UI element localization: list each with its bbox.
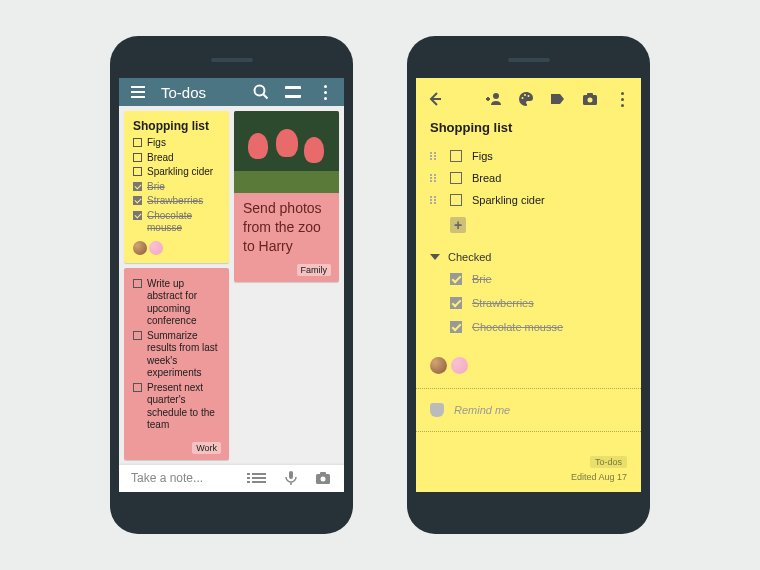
checkbox-icon[interactable] bbox=[450, 172, 462, 184]
note-detail-body: Shopping list Figs Bread Sparkling cider… bbox=[416, 120, 641, 492]
list-item[interactable]: Figs bbox=[430, 145, 627, 167]
chevron-down-icon bbox=[430, 254, 440, 260]
palette-icon[interactable] bbox=[517, 90, 535, 108]
camera-icon[interactable] bbox=[314, 469, 332, 487]
svg-rect-4 bbox=[320, 472, 326, 475]
note-detail-screen: Shopping list Figs Bread Sparkling cider… bbox=[416, 78, 641, 492]
item-text[interactable]: Figs bbox=[472, 150, 493, 162]
search-icon[interactable] bbox=[252, 83, 270, 101]
drag-handle-icon[interactable] bbox=[430, 174, 440, 182]
checkbox-icon bbox=[133, 167, 142, 176]
note-text: Send photos from the zoo to Harry bbox=[243, 199, 330, 256]
checkbox-icon bbox=[133, 138, 142, 147]
microphone-icon[interactable] bbox=[282, 469, 300, 487]
svg-point-0 bbox=[255, 86, 265, 96]
checkbox-checked-icon[interactable] bbox=[450, 297, 462, 309]
phone-left: To-dos Shopping list Figs Bread Sparklin… bbox=[110, 36, 353, 534]
svg-point-8 bbox=[528, 95, 530, 97]
label-icon[interactable] bbox=[549, 90, 567, 108]
checkbox-checked-icon[interactable] bbox=[450, 321, 462, 333]
notes-grid: Shopping list Figs Bread Sparkling cider… bbox=[119, 106, 344, 465]
note-label: Work bbox=[192, 442, 221, 454]
item-text[interactable]: Bread bbox=[472, 172, 501, 184]
svg-point-7 bbox=[524, 94, 526, 96]
compose-placeholder[interactable]: Take a note... bbox=[131, 471, 203, 485]
note-shopping-list[interactable]: Shopping list Figs Bread Sparkling cider… bbox=[124, 111, 229, 263]
phone-right: Shopping list Figs Bread Sparkling cider… bbox=[407, 36, 650, 534]
list-item[interactable]: Sparkling cider bbox=[430, 189, 627, 211]
checkbox-icon bbox=[133, 153, 142, 162]
checkbox-checked-icon bbox=[133, 196, 142, 205]
add-item-button[interactable]: + bbox=[450, 217, 466, 233]
collaborator-avatars bbox=[133, 241, 220, 255]
detail-toolbar bbox=[416, 78, 641, 120]
checked-section-toggle[interactable]: Checked bbox=[430, 251, 627, 263]
item-text[interactable]: Sparkling cider bbox=[472, 194, 545, 206]
reminder-button[interactable]: Remind me bbox=[430, 393, 627, 427]
svg-point-3 bbox=[321, 477, 326, 482]
note-tag[interactable]: To-dos bbox=[590, 456, 627, 468]
overflow-menu-icon[interactable] bbox=[613, 90, 631, 108]
note-work[interactable]: Write up abstract for upcoming conferenc… bbox=[124, 268, 229, 460]
list-item-checked[interactable]: Brie bbox=[430, 267, 627, 291]
collaborator-avatars[interactable] bbox=[430, 357, 627, 374]
avatar bbox=[430, 357, 447, 374]
notes-list-screen: To-dos Shopping list Figs Bread Sparklin… bbox=[119, 78, 344, 492]
camera-icon[interactable] bbox=[581, 90, 599, 108]
divider bbox=[416, 388, 641, 389]
checkbox-icon bbox=[133, 383, 142, 392]
compose-bar: Take a note... bbox=[119, 465, 344, 492]
hamburger-icon[interactable] bbox=[129, 83, 147, 101]
svg-point-6 bbox=[522, 97, 524, 99]
note-zoo[interactable]: Send photos from the zoo to Harry Family bbox=[234, 111, 339, 282]
checkbox-icon bbox=[133, 279, 142, 288]
item-text[interactable]: Chocolate mousse bbox=[472, 321, 563, 333]
checkbox-icon bbox=[133, 331, 142, 340]
svg-point-5 bbox=[493, 93, 499, 99]
drag-handle-icon[interactable] bbox=[430, 196, 440, 204]
checkbox-icon[interactable] bbox=[450, 150, 462, 162]
divider bbox=[416, 431, 641, 432]
layout-toggle-icon[interactable] bbox=[284, 83, 302, 101]
svg-point-10 bbox=[588, 98, 593, 103]
edited-timestamp: Edited Aug 17 bbox=[571, 472, 627, 482]
list-item[interactable]: Bread bbox=[430, 167, 627, 189]
add-collaborator-icon[interactable] bbox=[485, 90, 503, 108]
note-label: Family bbox=[297, 264, 332, 276]
list-item-checked[interactable]: Strawberries bbox=[430, 291, 627, 315]
reminder-icon bbox=[430, 403, 444, 417]
avatar bbox=[149, 241, 163, 255]
note-image bbox=[234, 111, 339, 193]
svg-rect-11 bbox=[587, 93, 593, 96]
checkbox-checked-icon bbox=[133, 211, 142, 220]
new-list-icon[interactable] bbox=[250, 469, 268, 487]
note-footer: To-dos Edited Aug 17 bbox=[430, 456, 627, 486]
item-text[interactable]: Strawberries bbox=[472, 297, 534, 309]
note-title: Shopping list bbox=[133, 119, 220, 133]
list-item-checked[interactable]: Chocolate mousse bbox=[430, 315, 627, 339]
overflow-menu-icon[interactable] bbox=[316, 83, 334, 101]
avatar bbox=[133, 241, 147, 255]
checkbox-checked-icon bbox=[133, 182, 142, 191]
page-title: To-dos bbox=[161, 84, 206, 101]
item-text[interactable]: Brie bbox=[472, 273, 492, 285]
checkbox-checked-icon[interactable] bbox=[450, 273, 462, 285]
app-toolbar: To-dos bbox=[119, 78, 344, 106]
checkbox-icon[interactable] bbox=[450, 194, 462, 206]
svg-rect-1 bbox=[289, 471, 293, 479]
back-arrow-icon[interactable] bbox=[426, 90, 444, 108]
note-title[interactable]: Shopping list bbox=[430, 120, 627, 135]
avatar bbox=[451, 357, 468, 374]
drag-handle-icon[interactable] bbox=[430, 152, 440, 160]
